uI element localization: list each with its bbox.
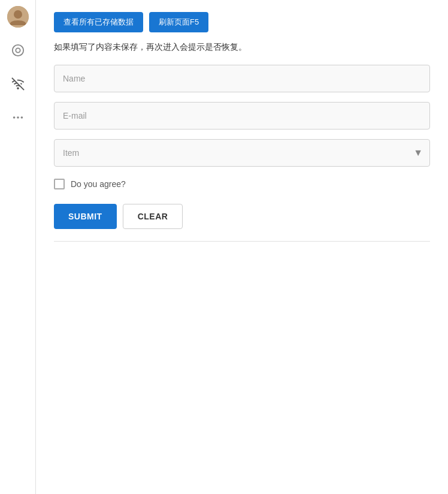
svg-point-6 [13,116,15,119]
main-content: 查看所有已存储数据 刷新页面F5 如果填写了内容未保存，再次进入会提示是否恢复。… [36,0,448,494]
top-buttons: 查看所有已存储数据 刷新页面F5 [54,12,430,32]
view-data-button[interactable]: 查看所有已存储数据 [54,12,143,32]
action-buttons: SUBMIT CLEAR [54,204,430,229]
sidebar [0,0,36,494]
form-section: Item Option 1 Option 2 Option 3 ▼ Do you… [54,65,430,229]
bottom-area [54,242,430,421]
svg-point-1 [14,10,22,19]
item-select-wrapper: Item Option 1 Option 2 Option 3 ▼ [54,139,430,167]
svg-point-5 [17,88,19,89]
dots-icon[interactable] [7,107,29,128]
svg-point-7 [17,116,19,119]
svg-point-2 [12,45,23,56]
signal-icon[interactable] [7,40,29,61]
item-select[interactable]: Item Option 1 Option 2 Option 3 [54,139,430,167]
svg-point-8 [20,116,23,119]
agree-label[interactable]: Do you agree? [71,179,126,189]
agree-checkbox[interactable] [54,179,65,189]
info-text: 如果填写了内容未保存，再次进入会提示是否恢复。 [54,42,430,53]
agree-checkbox-row: Do you agree? [54,179,430,189]
refresh-button[interactable]: 刷新页面F5 [149,12,208,32]
svg-point-3 [16,48,20,52]
clear-button[interactable]: CLEAR [123,204,183,229]
avatar[interactable] [7,6,29,28]
wifi-off-icon[interactable] [7,73,29,95]
submit-button[interactable]: SUBMIT [54,204,117,229]
email-input[interactable] [54,102,430,129]
name-input[interactable] [54,65,430,92]
